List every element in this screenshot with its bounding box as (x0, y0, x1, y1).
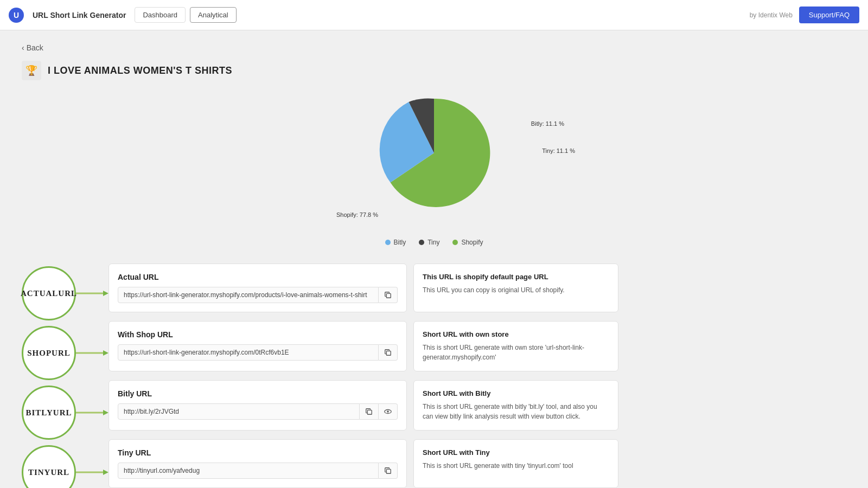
url-section: Actual URL Shop URL (22, 264, 618, 488)
main-content: ‹ Back 🏆 I LOVE ANIMALS WOMEN'S T SHIRTS (0, 30, 868, 488)
svg-marker-3 (103, 350, 108, 356)
chart-section: Bitly: 11.1 % Tiny: 11.1 % Shopify: 77.8… (22, 93, 846, 246)
bitly-url-row: Bitly URL (108, 380, 618, 431)
bitly-url-copy-button[interactable] (360, 403, 379, 420)
shop-url-circle-row: Shop URL (22, 323, 108, 383)
tiny-url-row: Tiny URL Short URL with Tiny This is (108, 439, 618, 488)
back-link[interactable]: ‹ Back (22, 43, 846, 52)
shop-url-input[interactable] (118, 344, 379, 361)
tiny-url-input-wrap (118, 463, 398, 479)
copy-icon (384, 291, 392, 299)
actual-url-card-title: Actual URL (118, 273, 398, 281)
bitly-url-card-title: Bitly URL (118, 389, 398, 398)
legend-tiny: Tiny (419, 239, 439, 246)
support-faq-button[interactable]: Support/FAQ (799, 7, 859, 23)
bitly-url-circle: Bitly URL (22, 386, 76, 440)
shop-url-input-wrap (118, 344, 398, 361)
chart-legend: Bitly Tiny Shopify (385, 239, 483, 246)
product-header: 🏆 I LOVE ANIMALS WOMEN'S T SHIRTS (22, 61, 846, 80)
dashboard-nav-button[interactable]: Dashboard (135, 7, 186, 23)
by-text: by Identix Web (750, 11, 793, 19)
legend-shopify: Shopify (452, 239, 483, 246)
bitly-url-circle-row: Bitly URL (22, 383, 108, 442)
product-title: I LOVE ANIMALS WOMEN'S T SHIRTS (48, 65, 232, 76)
tiny-url-copy-button[interactable] (379, 463, 398, 479)
bitly-url-desc-card: Short URL with Bitly This is short URL g… (413, 380, 618, 431)
header-left: U URL Short Link Generator Dashboard Ana… (9, 7, 237, 23)
tiny-url-desc-title: Short URL with Tiny (423, 448, 609, 457)
actual-url-circle-row: Actual URL (22, 264, 108, 323)
actual-url-desc-card: This URL is shopify default page URL Thi… (413, 264, 618, 312)
bitly-url-input[interactable] (118, 403, 360, 420)
shop-url-desc-title: Short URL with own store (423, 330, 609, 338)
actual-url-desc-text: This URL you can copy is original URL of… (423, 285, 609, 295)
svg-rect-13 (386, 469, 391, 473)
svg-rect-8 (386, 293, 391, 298)
svg-marker-7 (103, 470, 108, 475)
bitly-label: Bitly: 11.1 % (531, 120, 564, 127)
header-nav: Dashboard Analytical (135, 7, 236, 23)
circles-column: Actual URL Shop URL (22, 264, 108, 488)
shopify-label: Shopify: 77.8 % (336, 211, 378, 218)
svg-rect-9 (386, 351, 391, 355)
tiny-url-card-title: Tiny URL (118, 448, 398, 457)
header: U URL Short Link Generator Dashboard Ana… (0, 0, 868, 30)
actual-url-desc-title: This URL is shopify default page URL (423, 273, 609, 281)
product-icon: 🏆 (22, 61, 41, 80)
app-logo: U (9, 8, 24, 23)
shop-url-row: With Shop URL Short URL with own store (108, 321, 618, 371)
tiny-url-circle: Tiny URL (22, 445, 76, 488)
eye-icon (384, 408, 392, 415)
shop-url-copy-button[interactable] (379, 344, 398, 361)
pie-chart: Bitly: 11.1 % Tiny: 11.1 % Shopify: 77.8… (347, 93, 521, 234)
shop-url-desc-card: Short URL with own store This is short U… (413, 321, 618, 371)
actual-url-row: Actual URL This URL is shopify default p… (108, 264, 618, 312)
svg-marker-1 (103, 291, 108, 296)
svg-marker-5 (103, 410, 108, 415)
actual-url-input[interactable] (118, 287, 379, 303)
copy-icon (384, 467, 392, 474)
svg-point-12 (387, 410, 389, 413)
tiny-url-desc-text: This is short URL generate with tiny 'ti… (423, 461, 609, 471)
actual-url-card: Actual URL (108, 264, 407, 312)
app-title: URL Short Link Generator (33, 11, 126, 20)
tiny-label: Tiny: 11.1 % (542, 147, 575, 154)
copy-icon (365, 408, 373, 415)
copy-icon (384, 349, 392, 356)
svg-rect-10 (367, 410, 372, 414)
shop-url-desc-text: This is short URL generate with own stor… (423, 343, 609, 362)
actual-url-copy-button[interactable] (379, 287, 398, 303)
tiny-url-circle-row: Tiny URL (22, 442, 108, 488)
tiny-url-arrow (76, 467, 108, 478)
shop-url-card-title: With Shop URL (118, 330, 398, 339)
tiny-url-desc-card: Short URL with Tiny This is short URL ge… (413, 439, 618, 488)
bitly-dot (385, 240, 391, 245)
legend-bitly: Bitly (385, 239, 406, 246)
bitly-url-arrow (76, 407, 108, 418)
shop-url-arrow (76, 348, 108, 358)
shop-url-card: With Shop URL (108, 321, 407, 371)
url-cards-column: Actual URL This URL is shopify default p… (108, 264, 618, 488)
bitly-url-card: Bitly URL (108, 380, 407, 431)
shopify-dot (452, 240, 458, 245)
back-label[interactable]: Back (27, 43, 43, 52)
bitly-legend-label: Bitly (394, 239, 406, 246)
actual-url-input-wrap (118, 287, 398, 303)
shop-url-circle: Shop URL (22, 326, 76, 380)
bitly-url-view-button[interactable] (379, 403, 398, 420)
back-chevron-icon: ‹ (22, 43, 24, 52)
tiny-url-input[interactable] (118, 463, 379, 479)
analytical-nav-button[interactable]: Analytical (190, 7, 237, 23)
tiny-dot (419, 240, 424, 245)
actual-url-arrow (76, 288, 108, 299)
shopify-legend-label: Shopify (461, 239, 483, 246)
tiny-url-card: Tiny URL (108, 439, 407, 488)
bitly-url-desc-title: Short URL with Bitly (423, 389, 609, 397)
header-right: by Identix Web Support/FAQ (750, 7, 859, 23)
bitly-url-input-wrap (118, 403, 398, 420)
bitly-url-desc-text: This is short URL generate with bitly 'b… (423, 402, 609, 421)
actual-url-circle: Actual URL (22, 266, 76, 320)
tiny-legend-label: Tiny (427, 239, 439, 246)
